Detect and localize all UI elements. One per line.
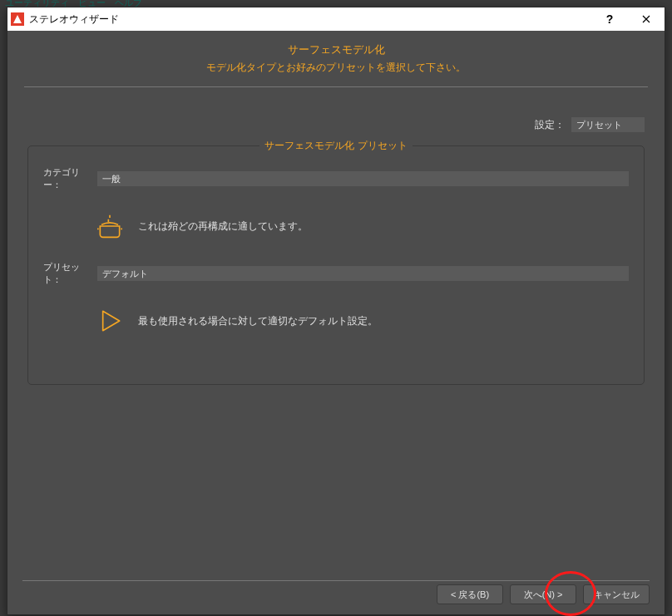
- category-description-row: これは殆どの再構成に適しています。: [93, 209, 629, 243]
- preset-row: プリセット： デフォルト: [43, 261, 629, 286]
- category-description: これは殆どの再構成に適しています。: [138, 219, 308, 234]
- back-button[interactable]: < 戻る(B): [437, 584, 503, 604]
- page-subtitle: モデル化タイプとお好みのプリセットを選択して下さい。: [7, 61, 665, 75]
- preset-label: プリセット：: [43, 261, 89, 286]
- preset-groupbox: サーフェスモデル化 プリセット カテゴリー： 一般 これは殆どの再構成に適してい…: [27, 145, 645, 385]
- footer-separator: [22, 580, 650, 581]
- play-icon: [93, 304, 126, 338]
- category-row: カテゴリー： 一般: [43, 166, 629, 191]
- preset-description: 最も使用される場合に対して適切なデフォルト設定。: [138, 314, 378, 328]
- cancel-button[interactable]: キャンセル: [583, 584, 650, 604]
- preset-combo[interactable]: デフォルト: [97, 266, 629, 281]
- settings-label: 設定：: [535, 118, 565, 132]
- stereo-wizard-dialog: ステレオウィザード ? サーフェスモデル化 モデル化タイプとお好みのプリセットを…: [7, 7, 665, 615]
- category-label: カテゴリー：: [43, 166, 89, 191]
- app-icon: [11, 12, 24, 26]
- settings-row: 設定： プリセット: [7, 87, 665, 142]
- dialog-body: サーフェスモデル化 モデル化タイプとお好みのプリセットを選択して下さい。 設定：…: [7, 31, 665, 614]
- groupbox-legend: サーフェスモデル化 プリセット: [28, 139, 644, 153]
- next-button[interactable]: 次へ(N) >: [510, 584, 576, 604]
- help-button[interactable]: ?: [591, 7, 628, 31]
- window-title: ステレオウィザード: [29, 12, 591, 27]
- pot-icon: [93, 209, 126, 243]
- titlebar: ステレオウィザード ?: [7, 7, 665, 31]
- category-combo[interactable]: 一般: [97, 171, 629, 186]
- parent-window-menubar: ユーティリティ ビュー ヘルプ: [0, 0, 142, 7]
- preset-description-row: 最も使用される場合に対して適切なデフォルト設定。: [93, 304, 629, 338]
- settings-combo[interactable]: プリセット: [571, 117, 645, 132]
- page-title: サーフェスモデル化: [7, 42, 665, 57]
- wizard-heading: サーフェスモデル化 モデル化タイプとお好みのプリセットを選択して下さい。: [7, 31, 665, 80]
- close-button[interactable]: [628, 7, 665, 31]
- wizard-button-bar: < 戻る(B) 次へ(N) > キャンセル: [22, 584, 650, 604]
